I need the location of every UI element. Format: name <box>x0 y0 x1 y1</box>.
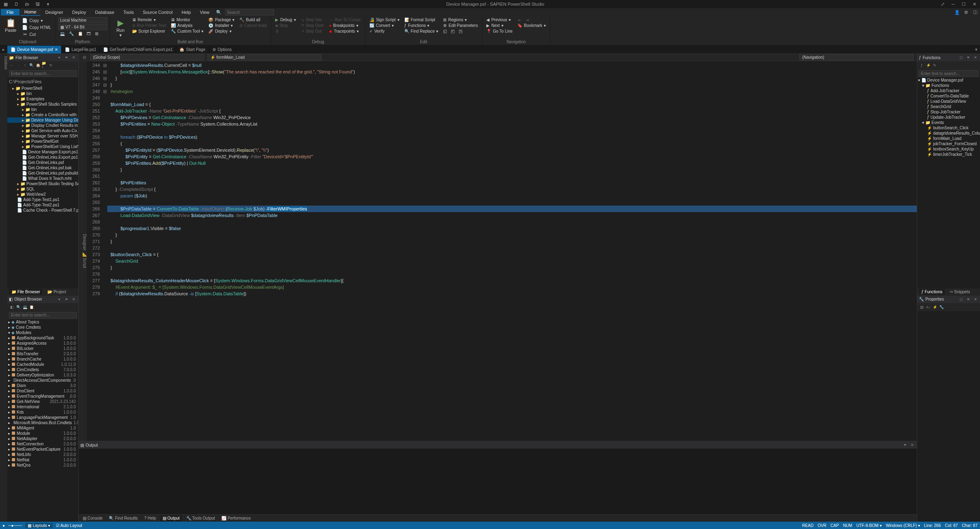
qat-customize-icon[interactable]: ▾ <box>44 1 52 7</box>
nav-combo[interactable]: (Navigation) <box>799 54 914 60</box>
split-icon[interactable]: ⊟ <box>82 55 87 60</box>
edit-extra3[interactable]: ◳ <box>457 29 464 34</box>
ev-folder[interactable]: ▾ 📁 Events <box>917 120 980 125</box>
menu-deploy[interactable]: Deploy <box>68 9 90 15</box>
menu-home[interactable]: Home <box>20 9 40 16</box>
fn-item[interactable]: ƒ Load-DataGridView <box>917 99 980 104</box>
tree-row[interactable]: 📄Get-OnlineLinks.psf.psbuild <box>7 170 78 176</box>
qat-save-icon[interactable]: 🖫 <box>33 1 42 7</box>
ev-item[interactable]: ⚡ datagridviewResults_ColumnH... <box>917 131 980 136</box>
platform-btn2[interactable]: 🔧 <box>67 31 75 36</box>
tab-findresults[interactable]: 🔍 Find Results <box>106 515 140 521</box>
output-body[interactable] <box>79 449 917 514</box>
fn-item[interactable]: ƒ Add-JobTracker <box>917 88 980 93</box>
menu-help[interactable]: Help <box>178 9 195 15</box>
ev-item[interactable]: ⚡ timerJobTracker_Tick <box>917 152 980 157</box>
installer-button[interactable]: 💿 Installer ▾ <box>207 23 236 28</box>
fn-btn3[interactable]: ↻ <box>932 62 938 68</box>
tree-row[interactable]: ▸ 📁PowerShellGet Using ListVi... <box>7 144 78 149</box>
tree-row[interactable]: 📄Get-OnlineLinks.Export.ps1 <box>7 155 78 160</box>
designer-strip[interactable]: Designer 📐 Script <box>79 61 87 441</box>
tree-row[interactable]: ▸ 📁SQL <box>7 186 78 192</box>
obj-group[interactable]: ▾ ◆ Modules <box>7 330 78 335</box>
tab-gettext[interactable]: 📄GetTextFromChildForm.Export.ps1 <box>100 46 177 53</box>
tree-row[interactable]: ▸ 📁Create a ComboBox with ... <box>7 112 78 117</box>
tab-startpage[interactable]: 🏠Start Page <box>176 46 209 53</box>
menu-view[interactable]: View <box>196 9 214 15</box>
module-row[interactable]: ▸ Dism3.0 <box>7 383 78 388</box>
custom-tool-button[interactable]: 🔧 Custom Tool ▾ <box>169 29 205 34</box>
platform-btn3[interactable]: 📋 <box>76 31 84 36</box>
module-row[interactable]: ▸ BranchCache1.0.0.0 <box>7 356 78 362</box>
functions-tree[interactable]: ▾ 📄 Device Manager.psf▾ 📁 Functionsƒ Add… <box>917 77 980 288</box>
properties-body[interactable] <box>917 311 980 522</box>
pin-icon[interactable]: ⏷ <box>965 55 971 60</box>
obj-search-input[interactable] <box>9 312 77 319</box>
module-row[interactable]: ▸ DnsClient1.0.0.0 <box>7 388 78 394</box>
module-row[interactable]: ▸ NetQos2.0.0.0 <box>7 463 78 468</box>
tab-help[interactable]: ? Help <box>142 515 159 521</box>
tree-row[interactable]: 📄Add-Type-Test1.ps1 <box>7 197 78 202</box>
tracepoints-button[interactable]: ◆ Tracepoints ▾ <box>327 29 362 34</box>
tab-output[interactable]: ▤ Output <box>160 515 182 521</box>
settings-icon[interactable]: ⚙ <box>962 9 970 15</box>
dropdown-icon[interactable]: ▾ <box>56 55 62 60</box>
close-icon[interactable]: ✕ <box>71 55 77 60</box>
close-icon[interactable]: ✕ <box>71 297 77 302</box>
module-row[interactable]: ▸ DeliveryOptimization1.0.3.0 <box>7 372 78 378</box>
prop-btn1[interactable]: ▤ <box>919 304 925 310</box>
fn-search-input[interactable] <box>919 70 978 77</box>
close-icon[interactable]: ✕ <box>909 442 915 448</box>
nav-back-icon[interactable]: ← <box>516 17 523 22</box>
tree-row[interactable]: 📄Cache Check - PowerShell 7.p... <box>7 208 78 213</box>
status-encoding[interactable]: UTF-8-BOM ▾ <box>856 523 882 528</box>
monitor-button[interactable]: 🖥 Monitor <box>169 17 205 22</box>
win-icon[interactable]: ◻ <box>958 55 964 60</box>
dropdown-icon[interactable]: ▾ <box>56 297 62 302</box>
tree-row[interactable]: ▸ 📁Device Manager Using Dat... <box>7 117 78 123</box>
module-row[interactable]: ▸ LanguagePackManagement1.0 <box>7 415 78 420</box>
module-row[interactable]: ▸ BitsTransfer2.0.0.0 <box>7 351 78 356</box>
path-bar[interactable]: C:\Projects\Files <box>7 77 78 86</box>
obj-btn3[interactable]: 💻 <box>22 304 28 310</box>
module-row[interactable]: ▸ NetConnection2.0.0.0 <box>7 441 78 447</box>
module-row[interactable]: ▸ AssignedAccess1.0.0.0 <box>7 341 78 346</box>
ev-item[interactable]: ⚡ formMain_Load <box>917 136 980 141</box>
buildall-button[interactable]: 🔨 Build all <box>238 17 268 22</box>
fn-folder[interactable]: ▾ 📁 Functions <box>917 83 980 88</box>
tree-row[interactable]: ▸ 📁PowerShell Studio Testing Scr... <box>7 181 78 186</box>
module-row[interactable]: ▸ Microsoft.Windows.Bcd.Cmdlets1.0 <box>7 420 78 425</box>
tab-largefile[interactable]: 📄LargeFile.ps1 <box>62 46 100 53</box>
breakpoints-button[interactable]: ● Breakpoints ▾ <box>327 23 362 28</box>
file-tree[interactable]: ▸ 📁PowerShell▸ 📁bin▸ 📁Examples▸ 📁PowerSh… <box>7 86 78 288</box>
autolayout-check[interactable]: ☑ Auto Layout <box>56 523 82 528</box>
info-icon[interactable]: ⓘ <box>971 9 979 15</box>
tree-row[interactable]: ▸ 📁bin <box>7 107 78 112</box>
run-button[interactable]: ▶Run ▾ <box>113 17 129 39</box>
home-icon[interactable]: 🏠 <box>35 62 41 68</box>
zoom-slider[interactable]: ─●─── <box>8 523 22 528</box>
fn-item[interactable]: ƒ ConvertTo-DataTable <box>917 93 980 99</box>
tab-functions[interactable]: ƒ Functions <box>919 289 945 295</box>
analysis-button[interactable]: 📊 Analysis <box>169 23 205 28</box>
edit-extra2[interactable]: ◰ <box>449 29 456 34</box>
editparams-button[interactable]: ⚙ Edit Parameters <box>441 23 479 28</box>
tab-toggle-icon[interactable]: ▸ <box>0 46 7 53</box>
obj-btn1[interactable]: ◧ <box>9 304 15 310</box>
fn-item[interactable]: ƒ SearchGrid <box>917 104 980 109</box>
tab-options[interactable]: ⚙Options <box>209 46 235 53</box>
menu-source-control[interactable]: Source Control <box>139 9 177 15</box>
module-row[interactable]: ▸ CimCmdlets7.0.0.0 <box>7 367 78 372</box>
scope-combo[interactable]: (Global Scope) <box>90 54 204 60</box>
convert-button[interactable]: 🔄 Convert ▾ <box>368 23 401 28</box>
package-button[interactable]: 📦 Package ▾ <box>207 17 236 22</box>
close-icon[interactable]: ✕ <box>970 1 978 7</box>
regions-button[interactable]: ⊞ Regions ▾ <box>441 17 479 22</box>
func-combo[interactable]: ⚡ formMain_Load <box>207 54 322 60</box>
win-icon[interactable]: ◻ <box>958 297 964 302</box>
platform-btn1[interactable]: 💻 <box>58 31 66 36</box>
object-tree[interactable]: ▸ ◆ About Topics▸ ◆ Core Cmdlets▾ ◆ Modu… <box>7 319 78 522</box>
minimize-icon[interactable]: ─ <box>949 1 957 7</box>
module-row[interactable]: ▸ NetEventPacketCapture1.0.0.0 <box>7 447 78 452</box>
findreplace-button[interactable]: 🔍 Find Replace ▾ <box>403 29 440 34</box>
